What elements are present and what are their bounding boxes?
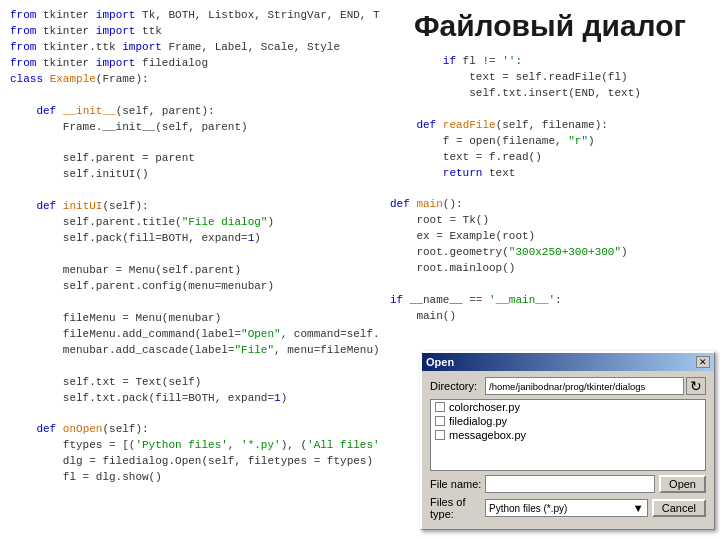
code-line-7: Frame.__init__(self, parent) <box>10 120 370 136</box>
code-line-21: ftypes = [('Python files', '*.py'), ('Al… <box>10 438 370 454</box>
filetype-select[interactable]: Python files (*.py) ▼ <box>485 499 648 517</box>
filename-label: File name: <box>430 478 485 490</box>
filetype-row: Files of type: Python files (*.py) ▼ Can… <box>430 496 706 520</box>
code-line-blank4 <box>10 247 370 263</box>
filetype-label: Files of type: <box>430 496 485 520</box>
code-line-blank1 <box>10 88 370 104</box>
code-line-16: fileMenu.add_command(label="Open", comma… <box>10 327 370 343</box>
code-line-blank5 <box>10 295 370 311</box>
code-line-9: self.initUI() <box>10 167 370 183</box>
right-code-block: if fl != '': text = self.readFile(fl) se… <box>390 54 710 325</box>
dialog-title: Open <box>426 356 454 368</box>
code-line-12: self.pack(fill=BOTH, expand=1) <box>10 231 370 247</box>
code-line-11: self.parent.title("File dialog") <box>10 215 370 231</box>
code-line-15: fileMenu = Menu(menubar) <box>10 311 370 327</box>
open-dialog: Open ✕ Directory: /home/janibodnar/prog/… <box>420 351 715 530</box>
file-name-3: messagebox.py <box>449 429 526 441</box>
code-line-6: def __init__(self, parent): <box>10 104 370 120</box>
page-title: Файловый диалог <box>390 8 710 44</box>
file-checkbox-3[interactable] <box>435 430 445 440</box>
right-panel: Файловый диалог if fl != '': text = self… <box>380 0 720 540</box>
directory-row: Directory: /home/janibodnar/prog/tkinter… <box>430 377 706 395</box>
code-line-18: self.txt = Text(self) <box>10 375 370 391</box>
file-checkbox-1[interactable] <box>435 402 445 412</box>
file-name-1: colorchoser.py <box>449 401 520 413</box>
open-button[interactable]: Open <box>659 475 706 493</box>
directory-navigate-button[interactable]: ↻ <box>686 377 706 395</box>
code-line-8: self.parent = parent <box>10 151 370 167</box>
code-line-1: from tkinter import Tk, BOTH, Listbox, S… <box>10 8 370 24</box>
directory-label: Directory: <box>430 380 485 392</box>
file-list[interactable]: colorchoser.py filedialog.py messagebox.… <box>430 399 706 471</box>
code-line-14: self.parent.config(menu=menubar) <box>10 279 370 295</box>
code-line-19: self.txt.pack(fill=BOTH, expand=1) <box>10 391 370 407</box>
dialog-titlebar: Open ✕ <box>422 353 714 371</box>
code-line-blank3 <box>10 183 370 199</box>
filetype-dropdown-icon: ▼ <box>633 502 644 514</box>
code-line-23: fl = dlg.show() <box>10 470 370 486</box>
cancel-button[interactable]: Cancel <box>652 499 706 517</box>
list-item[interactable]: colorchoser.py <box>431 400 705 414</box>
file-name-2: filedialog.py <box>449 415 507 427</box>
code-line-4: from tkinter import filedialog <box>10 56 370 72</box>
dialog-close-button[interactable]: ✕ <box>696 356 710 368</box>
code-line-5: class Example(Frame): <box>10 72 370 88</box>
directory-value: /home/janibodnar/prog/tkinter/dialogs <box>489 381 645 392</box>
code-line-3: from tkinter.ttk import Frame, Label, Sc… <box>10 40 370 56</box>
directory-field: /home/janibodnar/prog/tkinter/dialogs <box>485 377 684 395</box>
left-code-panel: from tkinter import Tk, BOTH, Listbox, S… <box>0 0 380 540</box>
list-item[interactable]: messagebox.py <box>431 428 705 442</box>
code-line-22: dlg = filedialog.Open(self, filetypes = … <box>10 454 370 470</box>
code-line-17: menubar.add_cascade(label="File", menu=f… <box>10 343 370 359</box>
code-line-blank2 <box>10 136 370 152</box>
code-line-2: from tkinter import ttk <box>10 24 370 40</box>
code-line-blank7 <box>10 406 370 422</box>
filetype-value: Python files (*.py) <box>489 503 567 514</box>
code-line-20: def onOpen(self): <box>10 422 370 438</box>
code-line-blank6 <box>10 359 370 375</box>
code-line-13: menubar = Menu(self.parent) <box>10 263 370 279</box>
list-item[interactable]: filedialog.py <box>431 414 705 428</box>
filename-row: File name: Open <box>430 475 706 493</box>
file-checkbox-2[interactable] <box>435 416 445 426</box>
filename-input[interactable] <box>485 475 655 493</box>
dialog-body: Directory: /home/janibodnar/prog/tkinter… <box>422 371 714 529</box>
code-line-10: def initUI(self): <box>10 199 370 215</box>
